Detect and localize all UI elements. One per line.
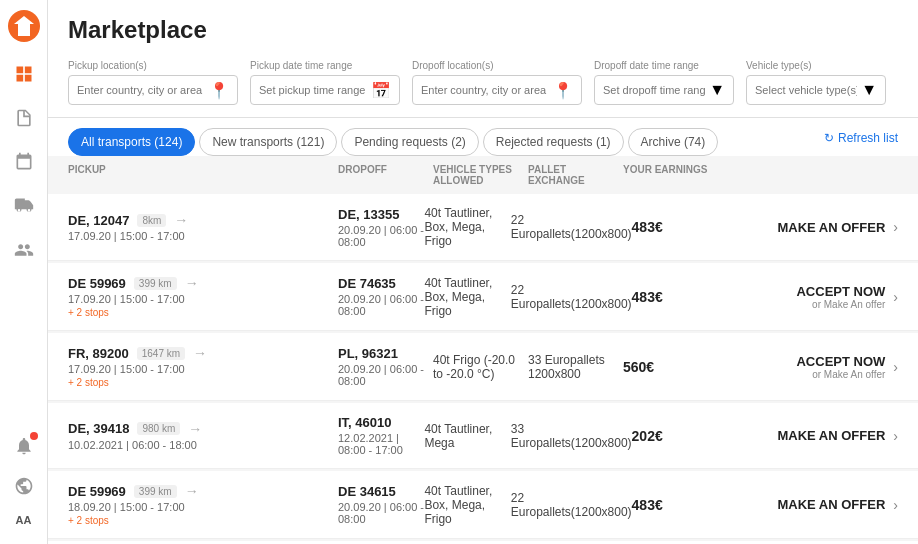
cell-earnings: 560€ — [623, 359, 718, 375]
cell-vehicle: 40t Tautliner, Box, Mega, Frigo — [424, 484, 510, 526]
location-pin-icon: 📍 — [209, 81, 229, 100]
pickup-time: 10.02.2021 | 06:00 - 18:00 — [68, 439, 338, 451]
make-offer-label: MAKE AN OFFER — [777, 220, 885, 235]
stops-text: + 2 stops — [68, 515, 338, 526]
calendar-icon-2: ▼ — [709, 81, 725, 99]
location-pin-icon-2: 📍 — [553, 81, 573, 100]
sidebar-item-vehicles[interactable] — [12, 194, 36, 218]
dropoff-date-label: Dropoff date time range — [594, 60, 734, 71]
dropoff-location-input[interactable] — [421, 84, 549, 96]
globe-icon[interactable] — [12, 474, 36, 498]
cell-pickup: FR, 89200 1647 km → 17.09.20 | 15:00 - 1… — [68, 345, 338, 388]
header-earnings: YOUR EARNINGS — [623, 164, 718, 186]
refresh-label: Refresh list — [838, 131, 898, 145]
pickup-location-code: DE 59969 — [68, 276, 126, 291]
pickup-location-code: DE, 39418 — [68, 421, 129, 436]
pickup-date-input-wrapper[interactable]: 📅 — [250, 75, 400, 105]
pickup-location-code: DE 59969 — [68, 484, 126, 499]
tab-archive[interactable]: Archive (74) — [628, 128, 719, 156]
sidebar: AA — [0, 0, 48, 544]
km-badge: 399 km — [134, 277, 177, 290]
dropoff-location-input-wrapper[interactable]: 📍 — [412, 75, 582, 105]
account-initials[interactable]: AA — [16, 514, 32, 526]
stops-text: + 2 stops — [68, 377, 338, 388]
refresh-button[interactable]: ↻ Refresh list — [824, 131, 898, 153]
cell-vehicle: 40t Tautliner, Box, Mega, Frigo — [424, 206, 510, 248]
dropoff-location-code: DE 34615 — [338, 484, 424, 499]
arrow-icon: → — [185, 483, 199, 499]
pickup-time: 17.09.20 | 15:00 - 17:00 — [68, 293, 338, 305]
chevron-right-icon: › — [893, 219, 898, 235]
make-offer-label: MAKE AN OFFER — [777, 428, 885, 443]
cell-action: ACCEPT NOW or Make An offer › — [718, 284, 898, 310]
table-header: PICKUP DROPOFF VEHICLE TYPES ALLOWED PAL… — [48, 156, 918, 194]
tab-rejected[interactable]: Rejected requests (1) — [483, 128, 624, 156]
cell-action: ACCEPT NOW or Make An offer › — [718, 354, 898, 380]
accept-main-label: ACCEPT NOW — [796, 354, 885, 369]
accept-now-button[interactable]: ACCEPT NOW or Make An offer — [796, 284, 885, 310]
app-logo[interactable] — [8, 10, 40, 42]
cell-dropoff: PL, 96321 20.09.20 | 06:00 - 08:00 — [338, 346, 433, 387]
dropoff-time: 20.09.20 | 06:00 - 08:00 — [338, 293, 424, 317]
vehicle-type-input-wrapper[interactable]: ▼ — [746, 75, 886, 105]
km-badge: 399 km — [134, 485, 177, 498]
tab-pending[interactable]: Pending requests (2) — [341, 128, 478, 156]
sidebar-item-calendar[interactable] — [12, 150, 36, 174]
sidebar-item-users[interactable] — [12, 238, 36, 262]
header-dropoff: DROPOFF — [338, 164, 433, 186]
stops-text: + 2 stops — [68, 307, 338, 318]
sidebar-item-marketplace[interactable] — [12, 62, 36, 86]
pickup-date-label: Pickup date time range — [250, 60, 400, 71]
pickup-time: 17.09.20 | 15:00 - 17:00 — [68, 230, 338, 242]
sidebar-item-orders[interactable] — [12, 106, 36, 130]
cell-action: MAKE AN OFFER › — [718, 428, 898, 444]
notifications-icon[interactable] — [12, 434, 36, 458]
pickup-main: DE, 39418 980 km → — [68, 421, 338, 437]
pickup-location-filter: Pickup location(s) 📍 — [68, 60, 238, 105]
cell-dropoff: DE 34615 20.09.20 | 06:00 - 08:00 — [338, 484, 424, 525]
cell-pallet: 22 Europallets(1200x800) — [511, 283, 632, 311]
pickup-date-input[interactable] — [259, 84, 367, 96]
chevron-right-icon: › — [893, 497, 898, 513]
km-badge: 1647 km — [137, 347, 185, 360]
arrow-icon: → — [185, 275, 199, 291]
pickup-location-input-wrapper[interactable]: 📍 — [68, 75, 238, 105]
chevron-right-icon: › — [893, 359, 898, 375]
cell-earnings: 483€ — [632, 497, 718, 513]
km-badge: 8km — [137, 214, 166, 227]
notification-badge — [30, 432, 38, 440]
pickup-location-input[interactable] — [77, 84, 205, 96]
dropoff-date-input[interactable] — [603, 84, 705, 96]
filters-bar: Pickup location(s) 📍 Pickup date time ra… — [48, 52, 918, 118]
accept-now-button[interactable]: ACCEPT NOW or Make An offer — [796, 354, 885, 380]
pickup-main: DE 59969 399 km → — [68, 275, 338, 291]
cell-earnings: 483€ — [632, 219, 718, 235]
pickup-main: DE, 12047 8km → — [68, 212, 338, 228]
dropoff-date-input-wrapper[interactable]: ▼ — [594, 75, 734, 105]
dropoff-location-label: Dropoff location(s) — [412, 60, 582, 71]
cell-pickup: DE, 12047 8km → 17.09.20 | 15:00 - 17:00 — [68, 212, 338, 242]
pickup-time: 17.09.20 | 15:00 - 17:00 — [68, 363, 338, 375]
accept-sub-label: or Make An offer — [812, 299, 885, 310]
make-offer-button[interactable]: MAKE AN OFFER — [777, 220, 885, 235]
cell-pickup: DE 59969 399 km → 18.09.20 | 15:00 - 17:… — [68, 483, 338, 526]
tab-new[interactable]: New transports (121) — [199, 128, 337, 156]
pickup-location-code: DE, 12047 — [68, 213, 129, 228]
table-row: DE, 39418 980 km → 10.02.2021 | 06:00 - … — [48, 403, 918, 469]
pickup-main: DE 59969 399 km → — [68, 483, 338, 499]
cell-pallet: 22 Europallets(1200x800) — [511, 491, 632, 519]
make-offer-button[interactable]: MAKE AN OFFER — [777, 497, 885, 512]
cell-pallet: 22 Europallets(1200x800) — [511, 213, 632, 241]
tab-all[interactable]: All transports (124) — [68, 128, 195, 156]
cell-vehicle: 40t Tautliner, Mega — [424, 422, 510, 450]
dropoff-location-code: DE, 13355 — [338, 207, 424, 222]
pickup-time: 18.09.20 | 15:00 - 17:00 — [68, 501, 338, 513]
dropoff-location-filter: Dropoff location(s) 📍 — [412, 60, 582, 105]
header-pickup: PICKUP — [68, 164, 338, 186]
page-header: Marketplace — [48, 0, 918, 52]
cell-vehicle: 40t Tautliner, Box, Mega, Frigo — [424, 276, 510, 318]
make-offer-button[interactable]: MAKE AN OFFER — [777, 428, 885, 443]
table-row: DE 59969 399 km → 17.09.20 | 15:00 - 17:… — [48, 263, 918, 331]
chevron-right-icon: › — [893, 289, 898, 305]
vehicle-type-input[interactable] — [755, 84, 857, 96]
